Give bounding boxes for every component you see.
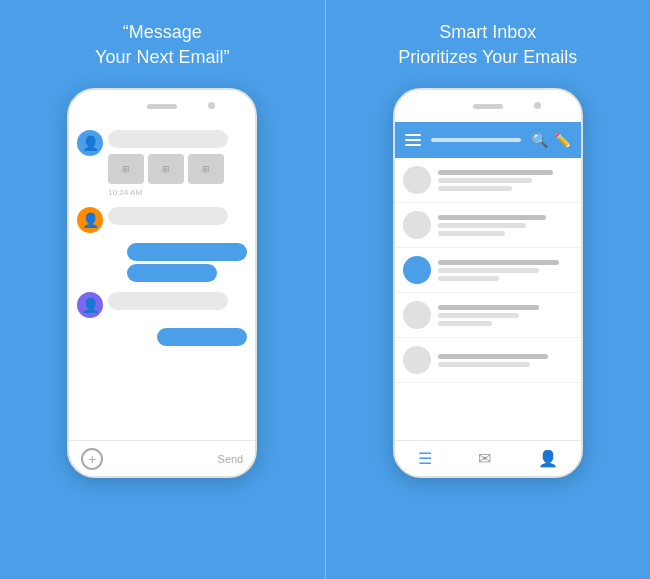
inbox-avatar-3 [403,256,431,284]
left-phone: 👤 ⊞ ⊞ ⊞ 10:24 AM [67,88,257,478]
img-placeholder-2: ⊞ [148,154,184,184]
left-phone-bottom: + Send [69,440,255,476]
inbox-content-2 [438,215,573,236]
plus-icon[interactable]: + [81,448,103,470]
left-phone-top [69,90,255,122]
panel-right: Smart Inbox Prioritizes Your Emails [326,0,651,579]
bubble-text-1 [108,130,228,148]
inbox-content-5 [438,354,573,367]
right-phone-body: 🔍 ✏️ [395,122,581,476]
inbox-header: 🔍 ✏️ [395,122,581,158]
bubble-group-5 [157,328,247,346]
avatar-3: 👤 [77,292,103,318]
inbox-item-4[interactable] [395,293,581,338]
timestamp-1: 10:24 AM [108,188,228,197]
inbox-avatar-5 [403,346,431,374]
bubble-text-4 [108,292,228,310]
msg-row-3 [77,243,247,282]
bubble-group-4 [108,292,228,310]
inbox-item-3[interactable] [395,248,581,293]
compose-icon[interactable]: ✏️ [554,132,571,148]
msg-row-5 [77,328,247,346]
right-phone: 🔍 ✏️ [393,88,583,478]
inbox-content-1 [438,170,573,191]
hamburger-icon[interactable] [405,134,421,146]
inbox-screen: 🔍 ✏️ [395,122,581,476]
main-container: “Message Your Next Email” 👤 [0,0,650,579]
header-title-bar [431,138,521,142]
panel-left: “Message Your Next Email” 👤 [0,0,326,579]
inbox-item-1[interactable] [395,158,581,203]
search-icon[interactable]: 🔍 [531,132,548,148]
avatar-1: 👤 [77,130,103,156]
avatar-2: 👤 [77,207,103,233]
msg-row-4: 👤 [77,292,247,318]
right-phone-top [395,90,581,122]
bubble-group-3 [127,243,247,282]
message-screen: 👤 ⊞ ⊞ ⊞ 10:24 AM [69,122,255,440]
inbox-avatar-1 [403,166,431,194]
left-phone-body: 👤 ⊞ ⊞ ⊞ 10:24 AM [69,122,255,440]
phone-camera [208,102,215,109]
bubble-group-2 [108,207,228,225]
right-panel-title: Smart Inbox Prioritizes Your Emails [398,20,577,70]
inbox-item-2[interactable] [395,203,581,248]
img-placeholder-3: ⊞ [188,154,224,184]
mail-tab-icon[interactable]: ✉ [478,449,491,468]
inbox-avatar-4 [403,301,431,329]
inbox-tab-icon[interactable]: ☰ [418,449,432,468]
inbox-avatar-2 [403,211,431,239]
bubble-text-5 [157,328,247,346]
right-phone-speaker [473,104,503,109]
img-placeholder-1: ⊞ [108,154,144,184]
image-row-1: ⊞ ⊞ ⊞ [108,154,228,184]
inbox-content-4 [438,305,573,326]
msg-row-2: 👤 [77,207,247,233]
inbox-content-3 [438,260,573,281]
bubble-text-2 [108,207,228,225]
left-panel-title: “Message Your Next Email” [95,20,229,70]
inbox-item-5[interactable] [395,338,581,383]
inbox-list [395,158,581,440]
bubble-text-3 [127,243,247,261]
phone-speaker [147,104,177,109]
profile-tab-icon[interactable]: 👤 [538,449,558,468]
send-label[interactable]: Send [218,453,244,465]
msg-row-1: 👤 ⊞ ⊞ ⊞ 10:24 AM [77,130,247,197]
bubble-text-3b [127,264,217,282]
right-phone-camera [534,102,541,109]
inbox-bottom-bar: ☰ ✉ 👤 [395,440,581,476]
bubble-group-1: ⊞ ⊞ ⊞ 10:24 AM [108,130,228,197]
